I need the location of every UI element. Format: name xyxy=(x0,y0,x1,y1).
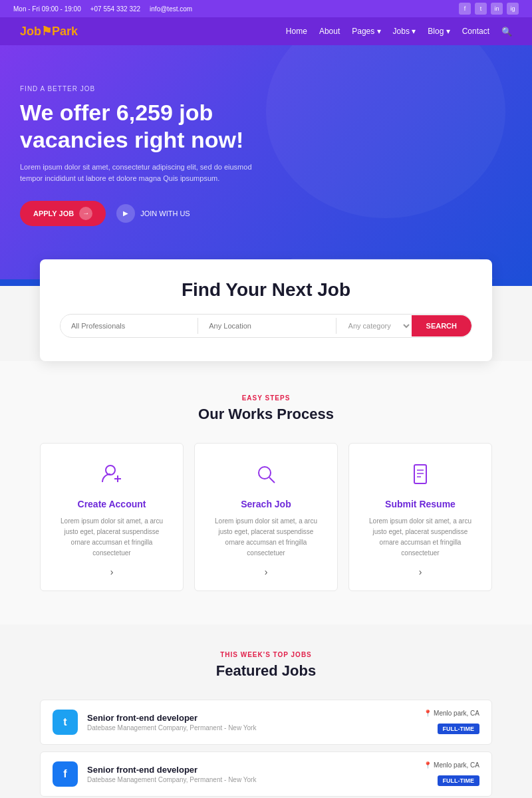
process-card-1: Create Account Lorem ipsum dolor sit ame… xyxy=(40,443,184,591)
search-profession-input[interactable] xyxy=(61,315,198,336)
logo[interactable]: Job⚑Park xyxy=(20,24,78,39)
nav-pages[interactable]: Pages ▾ xyxy=(352,27,380,36)
hours-text: Mon - Fri 09:00 - 19:00 xyxy=(13,5,81,13)
job-logo-1: t xyxy=(53,710,78,735)
svg-point-3 xyxy=(259,467,271,479)
linkedin-icon[interactable]: in xyxy=(491,3,503,15)
email-text: info@test.com xyxy=(150,5,192,13)
card-1-title: Create Account xyxy=(54,499,170,509)
job-right-2: 📍 Menlo park, CA FULL-TIME xyxy=(424,761,479,786)
submit-resume-icon xyxy=(362,462,478,491)
card-3-arrow[interactable]: › xyxy=(362,567,478,577)
hero-description: Lorem ipsum dolor sit amet, consectetur … xyxy=(20,162,273,185)
job-left-1: t Senior front-end developer Datebase Ma… xyxy=(53,710,256,735)
process-cards: Create Account Lorem ipsum dolor sit ame… xyxy=(40,443,492,591)
search-section: Find Your Next Job Any category SEARCH xyxy=(40,259,492,361)
search-button[interactable]: SEARCH xyxy=(412,315,471,336)
job-title-1: Senior front-end developer xyxy=(87,713,256,723)
process-card-3: Submit Resume Lorem ipsum dolor sit amet… xyxy=(348,443,492,591)
top-bar: Mon - Fri 09:00 - 19:00 +07 554 332 322 … xyxy=(0,0,532,17)
apply-arrow-icon: → xyxy=(79,207,92,220)
card-3-title: Submit Resume xyxy=(362,499,478,509)
job-location-1: 📍 Menlo park, CA xyxy=(424,710,479,717)
process-title: Our Works Process xyxy=(40,406,492,423)
hero-title: We offer 6,259 job vacancies right now! xyxy=(20,99,326,154)
process-tag: EASY STEPS xyxy=(40,394,492,402)
apply-job-button[interactable]: APPLY JOB → xyxy=(20,201,106,226)
svg-rect-5 xyxy=(414,465,426,483)
process-card-2: Serach Job Lorem ipsum dolor sit amet, a… xyxy=(194,443,338,591)
card-1-desc: Lorem ipsum dolor sit amet, a arcu justo… xyxy=(54,516,170,559)
search-icon[interactable]: 🔍 xyxy=(501,27,512,37)
job-location-2: 📍 Menlo park, CA xyxy=(424,761,479,769)
jobs-tag: THIS WEEK'S TOP JOBS xyxy=(40,651,492,658)
navbar: Job⚑Park Home About Pages ▾ Jobs ▾ Blog … xyxy=(0,17,532,45)
join-with-us-button[interactable]: ▶ JOIN WITH US xyxy=(116,204,190,223)
nav-links: Home About Pages ▾ Jobs ▾ Blog ▾ Contact… xyxy=(286,27,512,37)
card-2-title: Serach Job xyxy=(208,499,324,509)
search-title: Find Your Next Job xyxy=(60,279,472,301)
logo-accent: ⚑Park xyxy=(41,25,78,38)
card-2-arrow[interactable]: › xyxy=(208,567,324,577)
apply-label: APPLY JOB xyxy=(33,209,74,217)
twitter-icon[interactable]: t xyxy=(475,3,487,15)
nav-contact[interactable]: Contact xyxy=(462,27,489,36)
phone-text: +07 554 332 322 xyxy=(90,5,140,13)
join-label: JOIN WITH US xyxy=(140,209,190,217)
facebook-icon[interactable]: f xyxy=(459,3,471,15)
job-item-1[interactable]: t Senior front-end developer Datebase Ma… xyxy=(40,700,492,745)
job-sub-2: Datebase Management Company, Permanent -… xyxy=(87,776,256,783)
create-account-icon xyxy=(54,462,170,491)
job-info-1: Senior front-end developer Datebase Mana… xyxy=(87,713,256,732)
nav-home[interactable]: Home xyxy=(286,27,307,36)
hero-section: FIND A BETTER JOB We offer 6,259 job vac… xyxy=(0,45,532,279)
job-left-2: f Senior front-end developer Datebase Ma… xyxy=(53,761,256,787)
process-section: EASY STEPS Our Works Process Create Acco… xyxy=(0,361,532,624)
nav-about[interactable]: About xyxy=(319,27,340,36)
jobs-section: THIS WEEK'S TOP JOBS Featured Jobs t Sen… xyxy=(0,624,532,798)
svg-line-4 xyxy=(269,477,275,483)
search-location-input[interactable] xyxy=(198,315,335,336)
search-job-icon xyxy=(208,462,324,491)
play-icon: ▶ xyxy=(116,204,135,223)
hero-content: FIND A BETTER JOB We offer 6,259 job vac… xyxy=(20,85,326,226)
search-category-select[interactable]: Any category xyxy=(336,315,412,337)
job-list: t Senior front-end developer Datebase Ma… xyxy=(40,700,492,798)
job-title-2: Senior front-end developer xyxy=(87,765,256,775)
jobs-title: Featured Jobs xyxy=(40,662,492,680)
job-right-1: 📍 Menlo park, CA FULL-TIME xyxy=(424,710,479,734)
job-badge-2: FULL-TIME xyxy=(438,775,480,786)
job-logo-2: f xyxy=(53,761,78,787)
nav-blog[interactable]: Blog ▾ xyxy=(428,27,450,36)
nav-jobs[interactable]: Jobs ▾ xyxy=(393,27,416,36)
job-info-2: Senior front-end developer Datebase Mana… xyxy=(87,765,256,783)
social-icons: f t in ig xyxy=(459,3,519,15)
card-3-desc: Lorem ipsum dolor sit amet, a arcu justo… xyxy=(362,516,478,559)
hero-subtitle: FIND A BETTER JOB xyxy=(20,85,326,92)
top-bar-left: Mon - Fri 09:00 - 19:00 +07 554 332 322 … xyxy=(13,5,192,13)
svg-point-0 xyxy=(106,466,115,475)
job-badge-1: FULL-TIME xyxy=(438,724,480,734)
logo-text: Job xyxy=(20,25,41,38)
job-item-2[interactable]: f Senior front-end developer Datebase Ma… xyxy=(40,751,492,797)
job-sub-1: Datebase Management Company, Permanent -… xyxy=(87,724,256,732)
card-2-desc: Lorem ipsum dolor sit amet, a arcu justo… xyxy=(208,516,324,559)
search-bar: Any category SEARCH xyxy=(60,314,472,338)
card-1-arrow[interactable]: › xyxy=(54,567,170,577)
hero-buttons: APPLY JOB → ▶ JOIN WITH US xyxy=(20,201,326,226)
instagram-icon[interactable]: ig xyxy=(507,3,519,15)
